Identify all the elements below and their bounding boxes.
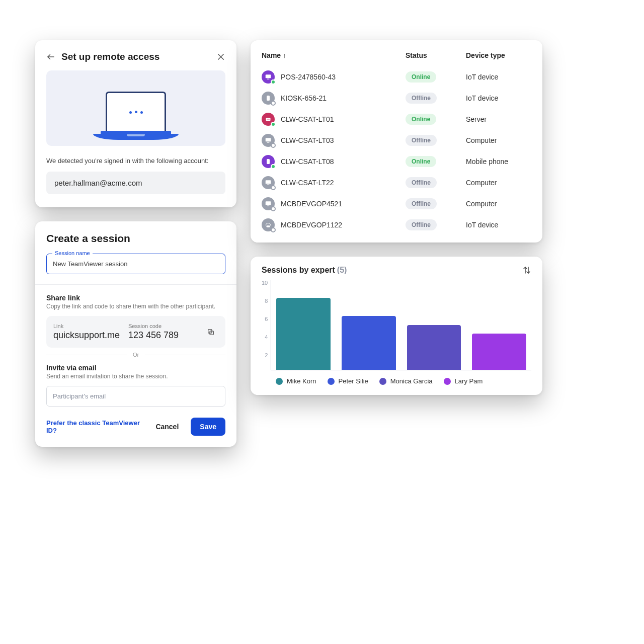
device-type: IoT device [466,94,531,102]
save-button[interactable]: Save [191,418,225,436]
legend-item: Lary Pam [444,377,483,385]
legend-item: Monica Garcia [379,377,433,385]
status-badge-dot [271,227,276,232]
legend-dot [444,378,451,385]
sessions-chart-card: Sessions by expert (5) 108642 Mike KornP… [251,257,542,395]
legend-label: Monica Garcia [390,377,433,385]
account-email-box: peter.hallman@acme.com [46,172,225,194]
sort-icon[interactable] [522,266,531,275]
status-badge-dot [271,79,276,85]
classic-id-link[interactable]: Prefer the classic TeamViewer ID? [46,419,146,434]
device-type: IoT device [466,73,531,81]
status-badge-dot [271,206,276,211]
device-icon [262,134,275,147]
legend-dot [379,378,386,385]
svg-rect-14 [267,159,270,164]
device-name: POS-2478560-43 [281,73,336,81]
device-name: CLW-CSAT-LT08 [281,157,334,166]
divider [35,284,236,285]
status-pill: Offline [406,93,437,104]
status-badge-dot [271,101,276,106]
status-pill: Offline [406,219,437,230]
device-row[interactable]: MCBDEVGOP1122 Offline IoT device [262,214,531,235]
svg-rect-7 [267,96,270,101]
svg-point-10 [268,119,269,120]
chart-bar [472,334,526,370]
close-icon[interactable] [216,52,225,61]
svg-point-11 [269,119,270,120]
svg-point-9 [267,119,268,120]
svg-rect-18 [267,206,270,206]
share-link-sub: Copy the link and code to share them wit… [46,303,225,310]
device-row[interactable]: KIOSK-656-21 Offline IoT device [262,88,531,109]
device-row[interactable]: MCBDEVGOP4521 Offline Computer [262,193,531,214]
svg-rect-17 [266,201,271,205]
status-badge-dot [271,164,276,169]
legend-label: Mike Korn [287,377,316,385]
device-type: Server [466,115,531,123]
device-name: MCBDEVGOP1122 [281,221,342,229]
column-name-header[interactable]: Name [262,51,406,59]
status-pill: Offline [406,177,437,188]
device-row[interactable]: CLW-CSAT-LT01 Online Server [262,109,531,130]
svg-rect-12 [266,138,271,141]
cancel-button[interactable]: Cancel [146,418,188,436]
device-icon [262,197,275,210]
remote-access-title: Set up remote access [61,51,210,62]
copy-icon[interactable] [203,325,218,340]
device-type: IoT device [466,221,531,229]
device-name: CLW-CSAT-LT01 [281,115,334,123]
chart-count: (5) [337,266,347,275]
bar-chart: 108642 [262,280,531,370]
device-name: MCBDEVGOP4521 [281,200,342,208]
devices-card: Name Status Device type POS-2478560-43 O… [251,40,542,243]
device-name: CLW-CSAT-LT22 [281,179,334,187]
status-pill: Offline [406,135,437,146]
create-session-title: Create a session [46,232,225,245]
detected-account-label: We detected you're signed in with the fo… [46,157,225,165]
device-type: Computer [466,200,531,208]
share-link-box: Link quicksupport.me Session code 123 45… [46,316,225,348]
or-divider: Or [46,352,225,358]
share-link-heading: Share link [46,294,225,302]
device-row[interactable]: CLW-CSAT-LT03 Offline Computer [262,130,531,151]
device-row[interactable]: POS-2478560-43 Online IoT device [262,66,531,88]
session-code-value: 123 456 789 [128,330,196,341]
sort-asc-icon [283,51,286,59]
legend-label: Peter Silie [339,377,368,385]
device-type: Mobile phone [466,157,531,166]
session-name-label: Session name [52,250,93,256]
status-pill: Online [406,71,436,83]
svg-rect-6 [267,79,270,79]
legend-dot [276,378,283,385]
status-pill: Online [406,114,436,125]
back-arrow-icon[interactable] [46,52,55,61]
svg-rect-13 [267,142,270,143]
session-name-input[interactable] [46,254,225,274]
device-row[interactable]: CLW-CSAT-LT08 Online Mobile phone [262,151,531,172]
svg-rect-19 [267,225,270,227]
svg-rect-16 [267,185,270,185]
status-pill: Offline [406,198,437,209]
device-icon [262,155,275,168]
session-code-label: Session code [128,323,196,329]
share-link-label: Link [53,323,121,329]
chart-bar [342,316,396,370]
status-badge-dot [271,122,276,127]
legend-dot [328,378,335,385]
chart-bar [276,298,331,370]
status-pill: Online [406,156,436,167]
legend-item: Mike Korn [276,377,316,385]
status-badge-dot [271,143,276,148]
laptop-illustration [46,70,225,146]
device-name: CLW-CSAT-LT03 [281,136,334,144]
participant-email-input[interactable] [46,386,225,407]
column-type-header[interactable]: Device type [466,51,531,59]
chart-bar [407,325,461,370]
column-status-header[interactable]: Status [406,51,466,59]
device-name: KIOSK-656-21 [281,94,327,102]
device-row[interactable]: CLW-CSAT-LT22 Offline Computer [262,172,531,193]
share-link-value: quicksupport.me [53,330,121,341]
device-icon [262,113,275,126]
chart-title: Sessions by expert [262,266,335,275]
